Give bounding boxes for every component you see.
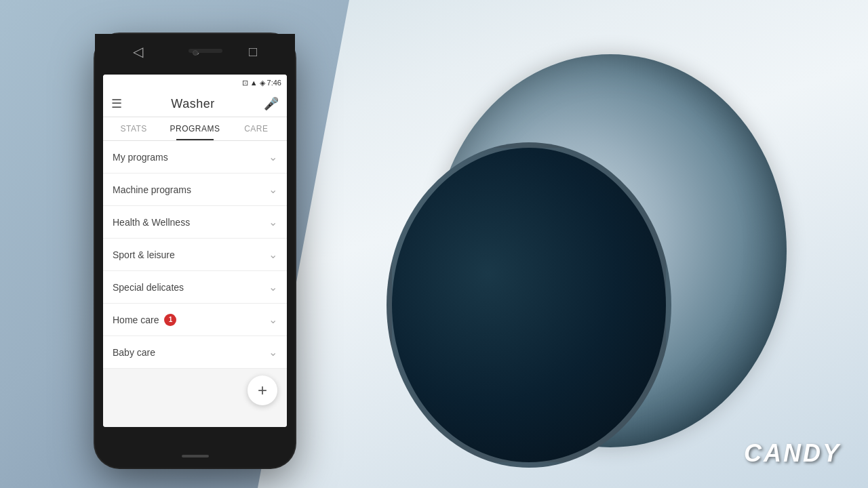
tab-stats[interactable]: STATS [103, 117, 164, 140]
notification-badge: 1 [164, 314, 176, 326]
menu-item-label: My programs [113, 152, 168, 163]
menu-item-left: Health & Wellness [113, 217, 190, 228]
menu-item-label: Health & Wellness [113, 217, 190, 228]
list-item[interactable]: Special delicates ⌄ [103, 271, 287, 304]
menu-item-label: Baby care [113, 347, 155, 358]
phone-device: ⊡ ▲ ◈ 7:46 ☰ Washer 🎤 STATS PROGRAMS CAR… [95, 34, 295, 468]
menu-item-label: Machine programs [113, 184, 191, 195]
app-header: ☰ Washer 🎤 [103, 91, 287, 117]
add-program-button[interactable]: + [248, 375, 277, 405]
list-item[interactable]: Health & Wellness ⌄ [103, 206, 287, 239]
list-item[interactable]: Home care 1 ⌄ [103, 304, 287, 336]
menu-item-label: Sport & leisure [113, 249, 175, 260]
chevron-down-icon: ⌄ [269, 150, 277, 163]
chevron-down-icon: ⌄ [269, 248, 277, 261]
status-icons: ⊡ ▲ ◈ 7:46 [242, 79, 281, 87]
chevron-down-icon: ⌄ [269, 183, 277, 196]
home-indicator [182, 455, 209, 458]
menu-item-left: Sport & leisure [113, 249, 175, 260]
list-item[interactable]: Baby care ⌄ [103, 336, 287, 369]
signal-icon: ▲ [250, 79, 258, 87]
menu-item-left: Home care 1 [113, 314, 176, 326]
menu-list: My programs ⌄ Machine programs ⌄ Health … [103, 141, 287, 427]
chevron-down-icon: ⌄ [269, 281, 277, 293]
phone-screen: ⊡ ▲ ◈ 7:46 ☰ Washer 🎤 STATS PROGRAMS CAR… [103, 75, 287, 427]
tab-care[interactable]: CARE [226, 117, 287, 140]
menu-item-label: Home care [113, 314, 159, 325]
list-item[interactable]: Machine programs ⌄ [103, 174, 287, 206]
washer-drum [434, 54, 787, 447]
tab-programs[interactable]: PROGRAMS [164, 117, 225, 140]
wifi-icon: ◈ [260, 79, 265, 87]
mic-icon[interactable]: 🎤 [264, 96, 279, 111]
fab-area: + [103, 369, 287, 413]
menu-item-left: Baby care [113, 347, 155, 358]
status-bar: ⊡ ▲ ◈ 7:46 [103, 75, 287, 91]
battery-icon: ⊡ [242, 79, 248, 87]
washer-drum-inner [387, 142, 671, 468]
time-display: 7:46 [267, 79, 281, 87]
page-title: Washer [171, 97, 214, 111]
menu-item-left: My programs [113, 152, 168, 163]
list-item[interactable]: My programs ⌄ [103, 141, 287, 174]
list-item[interactable]: Sport & leisure ⌄ [103, 239, 287, 271]
chevron-down-icon: ⌄ [269, 216, 277, 228]
candy-logo: CANDY [744, 439, 841, 468]
recents-button[interactable]: □ [249, 44, 257, 60]
back-button[interactable]: ◁ [133, 43, 143, 60]
chevron-down-icon: ⌄ [269, 313, 277, 326]
phone-camera [193, 50, 198, 56]
menu-icon[interactable]: ☰ [111, 96, 122, 111]
chevron-down-icon: ⌄ [269, 346, 277, 359]
menu-item-label: Special delicates [113, 282, 184, 293]
phone-body: ⊡ ▲ ◈ 7:46 ☰ Washer 🎤 STATS PROGRAMS CAR… [95, 34, 295, 468]
tab-bar: STATS PROGRAMS CARE [103, 117, 287, 141]
menu-item-left: Special delicates [113, 282, 184, 293]
menu-item-left: Machine programs [113, 184, 191, 195]
